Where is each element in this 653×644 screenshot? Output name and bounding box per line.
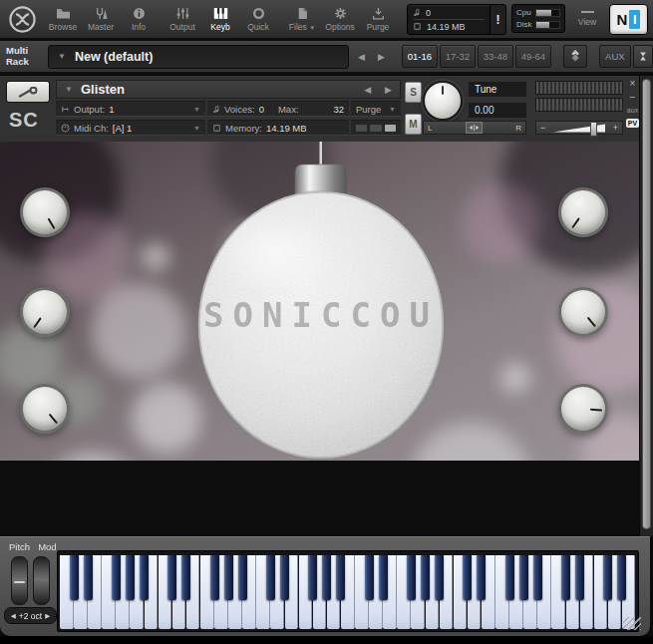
knob-pointer	[47, 217, 55, 229]
black-key[interactable]	[126, 555, 135, 600]
toolbar-button-keyb[interactable]: Keyb	[201, 0, 239, 38]
mod-wheel[interactable]	[33, 556, 50, 605]
pan-center-handle[interactable]	[466, 122, 483, 134]
black-key[interactable]	[70, 555, 79, 600]
toolbar-button-info[interactable]: Info	[120, 0, 158, 38]
toolbar-button-output[interactable]: Output	[163, 0, 201, 38]
output-value: 1	[109, 104, 114, 115]
pan-slider[interactable]: L R	[423, 121, 526, 135]
purge-label: Purge	[356, 104, 381, 115]
black-key[interactable]	[365, 555, 374, 600]
rack-page-button-1[interactable]: 01-16	[402, 45, 438, 68]
max-voices-value[interactable]: 32	[333, 104, 344, 115]
toolbar-button-purge[interactable]: Purge	[359, 0, 397, 38]
black-key[interactable]	[463, 555, 472, 600]
black-key[interactable]	[167, 555, 176, 600]
black-key[interactable]	[379, 555, 388, 600]
octave-up-arrow[interactable]: ▶	[45, 612, 50, 620]
toolbar-button-browse[interactable]: Browse	[44, 0, 82, 38]
black-key[interactable]	[280, 555, 289, 600]
kontakt-logo-icon[interactable]	[0, 0, 44, 38]
black-key[interactable]	[181, 555, 190, 600]
tune-knob[interactable]	[423, 81, 463, 121]
multi-preset-dropdown[interactable]: ▼ New (default)	[48, 45, 349, 69]
black-key[interactable]	[533, 555, 542, 600]
performance-knob-5[interactable]	[558, 287, 608, 337]
resize-handle-icon[interactable]	[623, 617, 641, 630]
black-key[interactable]	[603, 555, 612, 600]
tune-value[interactable]: 0.00	[469, 103, 526, 118]
performance-knob-2[interactable]	[20, 287, 70, 337]
max-voices-label: Max:	[278, 104, 299, 115]
pitch-wheel[interactable]	[11, 556, 28, 605]
performance-knob-1[interactable]	[20, 187, 70, 237]
black-key[interactable]	[224, 555, 233, 600]
mute-button[interactable]: M	[405, 114, 422, 135]
black-key[interactable]	[617, 555, 626, 600]
next-instrument-button[interactable]: ▶	[385, 85, 392, 95]
performance-knob-6[interactable]	[558, 384, 608, 434]
close-icon[interactable]: ×	[630, 79, 636, 88]
black-key[interactable]	[336, 555, 345, 600]
prev-preset-button[interactable]: ◀	[358, 52, 365, 62]
octave-down-arrow[interactable]: ◀	[11, 612, 16, 620]
purge-menu[interactable]: Purge ▼	[351, 101, 401, 117]
black-key[interactable]	[84, 555, 93, 600]
keyb-icon	[212, 6, 229, 20]
black-key[interactable]	[210, 555, 219, 600]
total-memory-value: 14.19 MB	[427, 22, 466, 32]
view-button[interactable]: View	[572, 5, 602, 33]
midi-label: Midi Ch:	[74, 123, 109, 134]
warning-button[interactable]: !	[490, 5, 505, 34]
black-key[interactable]	[435, 555, 444, 600]
instrument-title-bar[interactable]: ▼ Glisten ◀ ▶	[56, 80, 401, 99]
next-preset-button[interactable]: ▶	[378, 52, 385, 62]
black-key[interactable]	[421, 555, 430, 600]
black-key[interactable]	[407, 555, 416, 600]
black-key[interactable]	[519, 555, 528, 600]
keyswitch-monitor-button[interactable]	[563, 45, 587, 68]
volume-slider[interactable]: − +	[535, 121, 623, 135]
multi-rack-label: Multi Rack	[0, 46, 48, 67]
toolbar-button-files[interactable]: Files ▼	[283, 0, 321, 38]
volume-handle[interactable]	[590, 122, 597, 137]
toolbar-button-master[interactable]: Master	[82, 0, 120, 38]
black-key[interactable]	[112, 555, 121, 600]
black-key[interactable]	[575, 555, 584, 600]
chevron-down-icon: ▼	[309, 25, 315, 31]
scrollbar-thumb[interactable]	[642, 79, 651, 529]
files-icon	[294, 6, 311, 20]
toolbar-button-quick[interactable]: Quick	[239, 0, 277, 38]
main-toolbar: BrowseMasterInfoOutputKeybQuickFiles ▼Op…	[0, 0, 653, 41]
black-key[interactable]	[266, 555, 275, 600]
instrument-performance-view: SONICCOU	[0, 142, 639, 461]
voices-label: Voices:	[224, 104, 255, 115]
performance-knob-4[interactable]	[558, 187, 608, 237]
rack-page-button-3[interactable]: 33-48	[478, 45, 513, 68]
black-key[interactable]	[140, 555, 149, 600]
prev-instrument-button[interactable]: ◀	[364, 85, 371, 95]
aux-button[interactable]: AUX	[599, 45, 631, 68]
toolbar-button-options[interactable]: Options	[321, 0, 359, 38]
options-icon	[332, 6, 349, 20]
rack-scrollbar[interactable]	[639, 76, 653, 536]
mod-wheel-label: Mod	[38, 541, 56, 552]
output-select[interactable]: Output: 1 ▼	[56, 101, 205, 117]
black-key[interactable]	[322, 555, 331, 600]
black-key[interactable]	[238, 555, 247, 600]
octave-shift-control[interactable]: ◀ +2 oct ▶	[4, 607, 57, 624]
black-key[interactable]	[308, 555, 317, 600]
black-key[interactable]	[477, 555, 486, 600]
solo-button[interactable]: S	[405, 82, 422, 103]
instrument-edit-button[interactable]	[6, 81, 50, 103]
memory-hourglass-button[interactable]	[633, 45, 653, 68]
midi-channel-select[interactable]: Midi Ch: [A] 1 ▼	[56, 120, 205, 136]
rack-page-button-2[interactable]: 17-32	[440, 45, 476, 68]
black-key[interactable]	[505, 555, 514, 600]
minimize-icon[interactable]: −	[630, 93, 636, 102]
rack-page-button-4[interactable]: 49-64	[515, 45, 551, 68]
black-key[interactable]	[561, 555, 570, 600]
aux-toggle[interactable]: aux	[627, 107, 638, 114]
performance-knob-3[interactable]	[20, 384, 70, 434]
performance-view-toggle[interactable]: PV	[626, 119, 639, 128]
